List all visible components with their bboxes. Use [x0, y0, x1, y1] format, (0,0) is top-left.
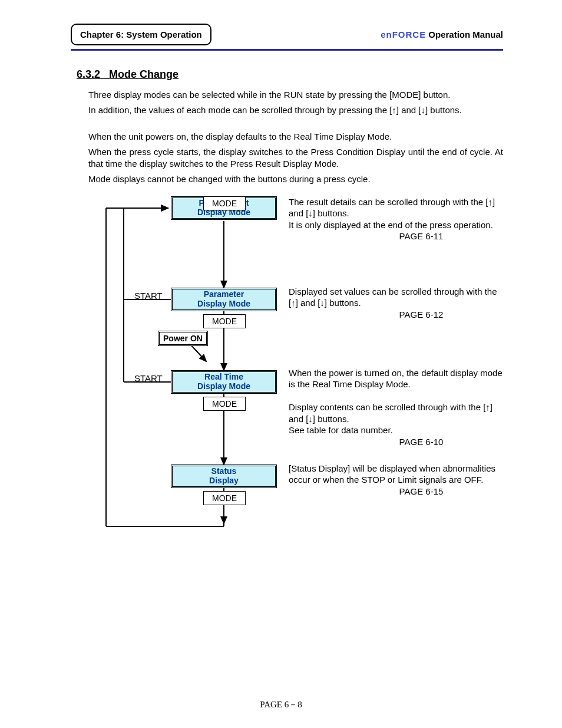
brand-logo: enFORCE: [381, 29, 426, 39]
box-status: Status Display: [171, 465, 277, 488]
page-footer: PAGE 6－8: [0, 699, 562, 710]
chapter-box: Chapter 6: System Operation: [71, 24, 211, 45]
mode-label-1: MODE: [203, 196, 246, 210]
box-real-time: Real Time Display Mode: [171, 370, 277, 394]
start-label-2: START: [134, 373, 163, 383]
mode-label-4: MODE: [203, 491, 246, 505]
section-number: 6.3.2: [77, 68, 100, 80]
section-heading: 6.3.2 Mode Change: [77, 68, 503, 81]
flow-diagram: Press Result Display Mode MODE Parameter…: [88, 196, 503, 568]
manual-text: Operation Manual: [426, 29, 503, 39]
intro-p2a: When the unit powers on, the display def…: [88, 131, 503, 143]
desc-real-time: When the power is turned on, the default…: [289, 367, 507, 448]
desc-press-result: The result details can be scrolled throu…: [289, 196, 507, 242]
desc-parameter: Displayed set values can be scrolled thr…: [289, 286, 507, 321]
start-label-1: START: [134, 291, 163, 301]
desc-status: [Status Display] will be displayed when …: [289, 463, 507, 498]
mode-label-3: MODE: [203, 397, 246, 411]
page-header: Chapter 6: System Operation enFORCE Oper…: [71, 24, 503, 51]
section-title: Mode Change: [109, 68, 178, 80]
box-power-on: Power ON: [158, 331, 208, 346]
mode-label-2: MODE: [203, 314, 246, 328]
intro-p2c: Mode displays cannot be changed with the…: [88, 173, 503, 185]
box-parameter: Parameter Display Mode: [171, 288, 277, 311]
intro-p1a: Three display modes can be selected whil…: [88, 89, 503, 101]
intro-p2b: When the press cycle starts, the display…: [88, 146, 503, 170]
manual-label: enFORCE Operation Manual: [381, 29, 503, 39]
intro-p1b: In addition, the values of each mode can…: [88, 104, 503, 116]
